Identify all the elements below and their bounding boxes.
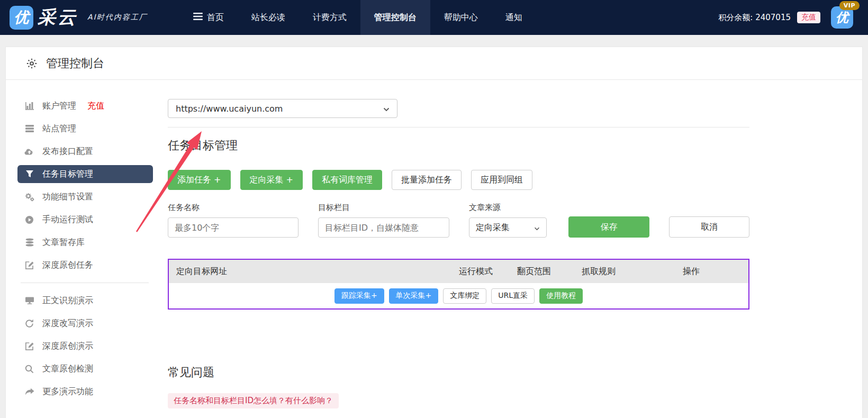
share-icon xyxy=(24,388,34,396)
sidebar-item-originality-check[interactable]: 文章原创检测 xyxy=(17,360,153,378)
action-button-row: 添加任务 + 定向采集 + 私有词库管理 批量添加任务 应用到同组 xyxy=(168,170,749,190)
save-button[interactable]: 保存 xyxy=(568,216,649,238)
bar-chart-icon xyxy=(24,102,34,110)
content-card: 管理控制台 账户管理 充值 站点管理 发布接口配置 xyxy=(5,47,863,418)
sidebar-item-label: 站点管理 xyxy=(42,123,76,134)
faq-link[interactable]: 任务名称和目标栏目ID怎么填？有什么影响？ xyxy=(168,393,339,408)
targets-table: 定向目标网址 运行模式 翻页范围 抓取规则 操作 跟踪采集+ 单次采集+ 文库绑… xyxy=(168,259,749,310)
nav-item-label: 帮助中心 xyxy=(444,12,478,23)
play-icon xyxy=(24,215,34,224)
nav-item-console[interactable]: 管理控制台 xyxy=(360,0,430,35)
sidebar-item-article-cache[interactable]: 文章暂存库 xyxy=(17,233,153,251)
sidebar: 账户管理 充值 站点管理 发布接口配置 任务目标管理 xyxy=(6,80,162,405)
nav-item-label: 计费方式 xyxy=(313,12,347,23)
sidebar-item-publish-api[interactable]: 发布接口配置 xyxy=(17,142,153,160)
sidebar-item-label: 深度原创演示 xyxy=(42,341,93,352)
main-content: https://www.ucaiyun.com 任务目标管理 添加任务 + 定向… xyxy=(162,80,868,408)
sidebar-item-deep-original-task[interactable]: 深度原创任务 xyxy=(17,256,153,274)
task-name-field-group: 任务名称 xyxy=(168,203,299,238)
nav-item-label: 站长必读 xyxy=(251,12,285,23)
sidebar-item-deep-original-demo[interactable]: 深度原创演示 xyxy=(17,337,153,355)
col-page-range: 翻页范围 xyxy=(505,266,563,277)
sidebar-item-sites[interactable]: 站点管理 xyxy=(17,120,153,138)
col-run-mode: 运行模式 xyxy=(447,266,505,277)
task-name-input[interactable] xyxy=(168,217,299,238)
target-column-label: 目标栏目 xyxy=(318,203,449,213)
logo-tagline: AI时代内容工厂 xyxy=(87,13,148,22)
sidebar-item-label: 深度改写演示 xyxy=(42,318,93,329)
page-title: 管理控制台 xyxy=(46,56,104,71)
site-select-dropdown[interactable]: https://www.ucaiyun.com xyxy=(168,99,397,118)
nav-item-label: 管理控制台 xyxy=(374,12,417,23)
task-form: 任务名称 目标栏目 文章来源 定向采集 保存 xyxy=(168,203,749,238)
sidebar-item-manual-run[interactable]: 手动运行测试 xyxy=(17,211,153,229)
article-source-select[interactable]: 定向采集 xyxy=(469,217,547,238)
main-nav: 首页 站长必读 计费方式 管理控制台 帮助中心 通知 xyxy=(179,0,536,35)
logo[interactable]: 优 采云 AI时代内容工厂 xyxy=(10,5,148,30)
nav-item-home[interactable]: 首页 xyxy=(179,0,238,35)
single-collect-button[interactable]: 单次采集+ xyxy=(389,288,439,304)
refresh-icon xyxy=(24,319,34,328)
nav-item-must-read[interactable]: 站长必读 xyxy=(238,0,299,35)
sidebar-item-label: 正文识别演示 xyxy=(42,295,93,306)
monitor-icon xyxy=(24,296,34,305)
cancel-button[interactable]: 取消 xyxy=(669,216,749,238)
nav-item-notice[interactable]: 通知 xyxy=(492,0,536,35)
navbar-right: 积分余额: 2407015 充值 优 VIP xyxy=(718,6,853,29)
apply-to-group-button[interactable]: 应用到同组 xyxy=(471,170,532,190)
sidebar-item-label: 功能细节设置 xyxy=(42,192,93,203)
table-row: 跟踪采集+ 单次采集+ 文库绑定 URL直采 使用教程 xyxy=(169,283,748,308)
library-bind-button[interactable]: 文库绑定 xyxy=(443,288,486,304)
url-direct-collect-button[interactable]: URL直采 xyxy=(491,288,535,304)
task-name-label: 任务名称 xyxy=(168,203,299,213)
logo-mark: 优 xyxy=(10,6,33,30)
sidebar-item-task-targets[interactable]: 任务目标管理 xyxy=(17,165,153,183)
article-source-field-group: 文章来源 定向采集 xyxy=(469,203,547,238)
sidebar-divider xyxy=(21,283,149,283)
sidebar-item-label: 账户管理 xyxy=(42,101,76,112)
faq-title: 常见问题 xyxy=(168,365,749,380)
edit-icon xyxy=(24,342,34,351)
section-title: 任务目标管理 xyxy=(168,138,749,153)
sidebar-item-label: 手动运行测试 xyxy=(42,214,93,225)
nav-item-label: 首页 xyxy=(207,12,224,23)
target-column-field-group: 目标栏目 xyxy=(318,203,449,238)
logo-name: 采云 xyxy=(38,5,78,30)
col-actions: 操作 xyxy=(634,266,748,277)
sidebar-item-deep-rewrite-demo[interactable]: 深度改写演示 xyxy=(17,314,153,332)
sidebar-item-more-demos[interactable]: 更多演示功能 xyxy=(17,383,153,401)
menu-list-icon xyxy=(193,12,203,23)
edit-icon xyxy=(24,261,34,270)
tutorial-button[interactable]: 使用教程 xyxy=(539,288,583,304)
article-source-value: 定向采集 xyxy=(476,222,510,233)
top-navbar: 优 采云 AI时代内容工厂 首页 站长必读 计费方式 管理控制台 帮助中心 通知… xyxy=(0,0,868,35)
add-task-button[interactable]: 添加任务 + xyxy=(168,170,231,190)
targeted-collect-button[interactable]: 定向采集 + xyxy=(240,170,303,190)
search-icon xyxy=(24,365,34,374)
filter-icon xyxy=(24,170,34,178)
nav-item-help[interactable]: 帮助中心 xyxy=(430,0,492,35)
sidebar-item-feature-settings[interactable]: 功能细节设置 xyxy=(17,188,153,206)
track-collect-button[interactable]: 跟踪采集+ xyxy=(334,288,384,304)
chevron-down-icon xyxy=(534,223,540,233)
nav-item-pricing[interactable]: 计费方式 xyxy=(299,0,360,35)
sidebar-item-label: 文章原创检测 xyxy=(42,364,93,375)
chevron-down-icon xyxy=(383,104,390,114)
batch-add-tasks-button[interactable]: 批量添加任务 xyxy=(392,170,462,190)
server-icon xyxy=(24,124,34,133)
avatar-wrap: 优 VIP xyxy=(831,6,853,29)
recharge-button[interactable]: 充值 xyxy=(797,12,820,23)
sidebar-item-label: 文章暂存库 xyxy=(42,237,85,248)
sidebar-item-label: 任务目标管理 xyxy=(42,169,93,180)
sidebar-item-body-recognition-demo[interactable]: 正文识别演示 xyxy=(17,292,153,310)
target-column-input[interactable] xyxy=(318,217,449,238)
database-icon xyxy=(24,238,34,247)
points-balance: 积分余额: 2407015 xyxy=(718,13,791,23)
cloud-upload-icon xyxy=(24,147,34,156)
gears-icon xyxy=(24,193,34,202)
sidebar-recharge-link[interactable]: 充值 xyxy=(87,101,104,112)
article-source-label: 文章来源 xyxy=(469,203,547,213)
private-thesaurus-button[interactable]: 私有词库管理 xyxy=(312,170,382,190)
sidebar-item-label: 发布接口配置 xyxy=(42,146,93,157)
sidebar-item-account[interactable]: 账户管理 充值 xyxy=(17,97,153,115)
